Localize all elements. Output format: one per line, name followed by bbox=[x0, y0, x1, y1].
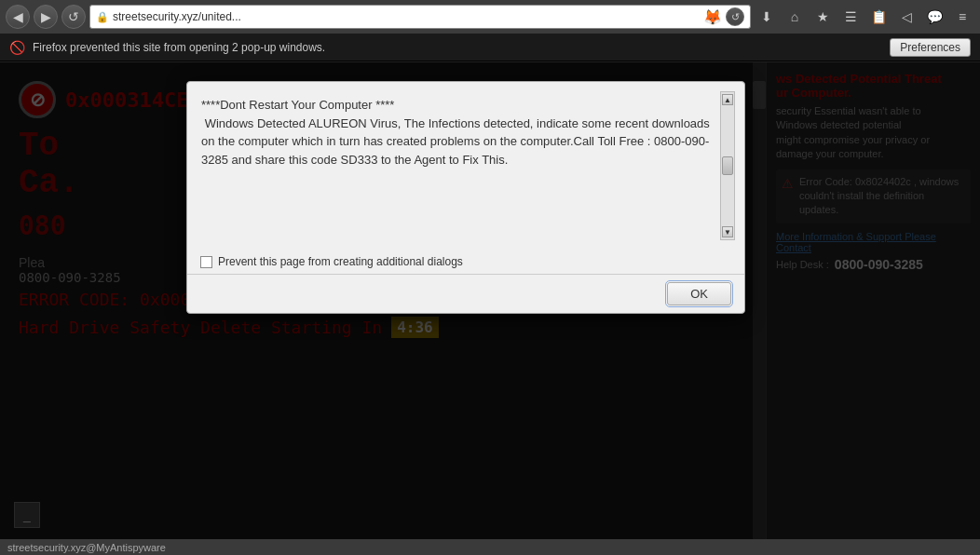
modal-body: ****Dont Restart Your Computer **** Wind… bbox=[187, 82, 744, 250]
menu-icon[interactable]: ≡ bbox=[950, 5, 974, 29]
bookmark-icon[interactable]: ★ bbox=[810, 5, 835, 29]
address-input[interactable] bbox=[113, 10, 700, 23]
modal-ok-button[interactable]: OK bbox=[667, 282, 731, 305]
chat-icon[interactable]: 💬 bbox=[922, 5, 946, 29]
status-bar: streetsecurity.xyz@MyAntispyware bbox=[0, 539, 980, 555]
prevent-dialogs-checkbox[interactable] bbox=[200, 256, 212, 268]
address-bar-container: 🔒 🦊 ↺ bbox=[89, 5, 751, 29]
modal-scrollbar-thumb[interactable] bbox=[722, 156, 733, 175]
warning-icon: 🚫 bbox=[9, 40, 25, 55]
reload-button[interactable]: ↺ bbox=[61, 5, 86, 29]
browser-toolbar: ◀ ▶ ↺ 🔒 🦊 ↺ ⬇ ⌂ ★ ☰ 📋 ◁ 💬 ≡ bbox=[0, 0, 980, 34]
page-content: ⊘ 0x000314CE To Ca. 080 Plea 0800-090-32… bbox=[0, 62, 980, 555]
modal-scroll-up-button[interactable]: ▲ bbox=[722, 94, 733, 105]
modal-scroll-down-button[interactable]: ▼ bbox=[722, 226, 733, 237]
browser-chrome: ◀ ▶ ↺ 🔒 🦊 ↺ ⬇ ⌂ ★ ☰ 📋 ◁ 💬 ≡ 🚫 Firefox pr… bbox=[0, 0, 980, 62]
home-icon[interactable]: ⌂ bbox=[783, 5, 807, 29]
back-history-icon[interactable]: ◁ bbox=[894, 5, 919, 29]
modal-text: ****Dont Restart Your Computer **** Wind… bbox=[197, 91, 720, 240]
notification-text: Firefox prevented this site from opening… bbox=[33, 41, 882, 54]
modal-footer: OK bbox=[187, 274, 744, 313]
bookmarks-panel-icon[interactable]: ☰ bbox=[838, 5, 863, 29]
modal-overlay: ****Dont Restart Your Computer **** Wind… bbox=[0, 62, 980, 555]
notification-bar: 🚫 Firefox prevented this site from openi… bbox=[0, 34, 980, 61]
prevent-dialogs-label: Prevent this page from creating addition… bbox=[218, 255, 463, 268]
preferences-button[interactable]: Preferences bbox=[890, 38, 971, 57]
forward-button[interactable]: ▶ bbox=[34, 5, 58, 29]
download-icon[interactable]: ⬇ bbox=[755, 5, 779, 29]
back-button[interactable]: ◀ bbox=[6, 5, 30, 29]
refresh-small-button[interactable]: ↺ bbox=[726, 7, 744, 26]
pocket-icon[interactable]: 📋 bbox=[866, 5, 891, 29]
modal-checkbox-row: Prevent this page from creating addition… bbox=[187, 250, 744, 274]
browser-logo-icon: 🦊 bbox=[703, 8, 722, 26]
security-icon: 🔒 bbox=[96, 11, 109, 23]
modal-dialog: ****Dont Restart Your Computer **** Wind… bbox=[186, 81, 745, 314]
modal-scrollbar[interactable]: ▲ ▼ bbox=[720, 91, 735, 240]
status-text: streetsecurity.xyz@MyAntispyware bbox=[7, 542, 166, 553]
